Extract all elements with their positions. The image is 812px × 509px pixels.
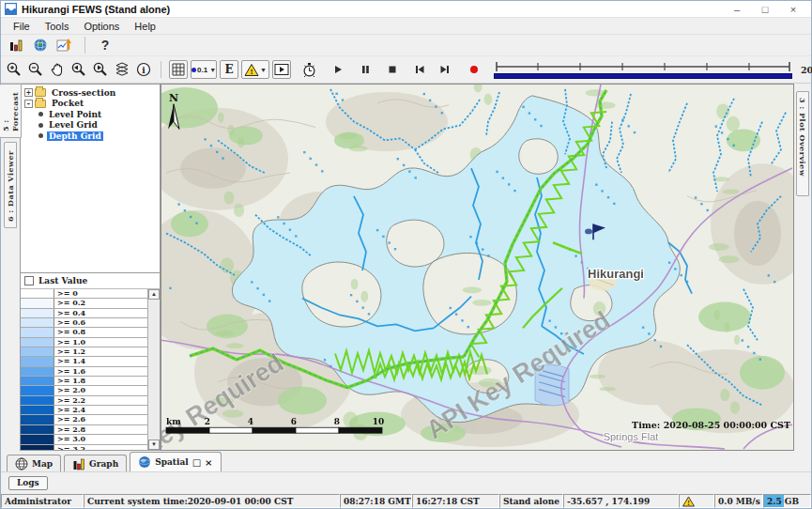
animation-button[interactable] [272, 60, 291, 79]
tab-close-icon[interactable]: × [205, 457, 212, 468]
town-label: Hikurangi [588, 267, 644, 281]
last-value-label: Last Value [38, 276, 87, 285]
tab-maximize-icon[interactable]: □ [192, 457, 201, 468]
globe-explorer-icon[interactable] [31, 36, 50, 54]
zoom-in-icon[interactable] [5, 60, 23, 79]
profile-chart-icon[interactable] [55, 36, 74, 54]
svg-text:i: i [142, 66, 146, 75]
record-button[interactable] [465, 60, 483, 79]
stop-button[interactable] [383, 60, 402, 79]
status-gmt-time: 08:27:18 GMT [340, 494, 412, 508]
info-icon[interactable]: i [134, 60, 153, 79]
tree-item-pocket[interactable]: - Pocket [24, 99, 160, 110]
tab-data-viewer[interactable]: 6 : Data Viewer [4, 142, 17, 228]
pause-button[interactable] [356, 60, 375, 79]
legend-label: >= 0 [54, 289, 147, 298]
time-slider-range[interactable] [494, 73, 792, 79]
last-value-checkbox[interactable] [24, 276, 34, 285]
tree-item-level-point[interactable]: Level Point [24, 109, 160, 120]
zoom-out-icon[interactable] [26, 60, 45, 79]
map-view[interactable]: API Key Required API Key Required Hikura… [161, 84, 794, 451]
legend-swatch [21, 309, 54, 317]
scroll-up-icon[interactable]: ▲ [148, 289, 160, 300]
app-logo-icon [5, 3, 17, 15]
label-threshold-dropdown[interactable]: 0.1 ▼ [191, 60, 217, 79]
help-button[interactable]: ? [96, 36, 115, 54]
legend-label: >= 2.2 [54, 396, 147, 405]
legend-row[interactable]: >= 3.0 [21, 435, 147, 444]
tab-forecast[interactable]: 5 : Forecast [0, 84, 22, 138]
tree-item-cross-section[interactable]: + Cross-section [24, 87, 160, 99]
timer-icon[interactable] [299, 60, 318, 79]
spatial-layer-tree: + Cross-section - Pocket Level Point Lev… [21, 85, 160, 273]
zoom-previous-icon[interactable] [69, 60, 88, 79]
legend-row[interactable]: >= 3.2 [21, 445, 147, 451]
time-slider[interactable] [494, 61, 792, 79]
menu-help[interactable]: Help [128, 20, 162, 33]
svg-text:2: 2 [205, 417, 210, 426]
status-mode: Stand alone [499, 494, 563, 508]
scroll-down-icon[interactable]: ▼ [148, 440, 160, 450]
place-label: Springs Flat [604, 431, 659, 442]
tree-item-depth-grid[interactable]: Depth Grid [24, 131, 160, 142]
status-coordinates: -35.657 , 174.199 [563, 494, 679, 508]
chevron-down-icon: ▼ [260, 67, 267, 73]
toolbar-separator [161, 61, 161, 78]
pan-hand-icon[interactable] [48, 60, 67, 79]
tab-spatial[interactable]: Spatial □ × [130, 452, 221, 471]
legend-label: >= 1.0 [54, 338, 147, 347]
node-bullet-icon [38, 112, 43, 116]
status-bar: Administrator Current system time:2020-0… [1, 494, 811, 508]
legend-swatch [21, 289, 54, 298]
last-frame-button[interactable] [436, 60, 454, 79]
warning-threshold-dropdown[interactable]: ! ▼ [241, 60, 269, 79]
database-explorer-icon[interactable] [7, 36, 25, 54]
zoom-next-icon[interactable] [91, 60, 110, 79]
menu-tools[interactable]: Tools [38, 20, 76, 33]
maximize-button[interactable]: □ [751, 2, 779, 17]
legend-header: Last Value [21, 273, 160, 289]
close-button[interactable]: × [779, 2, 807, 17]
wireframe-globe-icon [15, 457, 28, 470]
expand-icon[interactable]: + [24, 88, 33, 97]
legend-label: >= 3.2 [54, 445, 147, 451]
status-warning-cell[interactable]: ! [679, 494, 714, 508]
logs-button[interactable]: Logs [8, 476, 48, 490]
legend-swatch [21, 377, 54, 385]
grid-toggle-button[interactable] [169, 60, 188, 79]
legend-swatch [21, 435, 54, 443]
collapse-icon[interactable]: - [24, 100, 33, 108]
layers-icon[interactable] [113, 60, 131, 79]
svg-text:!: ! [250, 67, 253, 76]
folder-icon [35, 88, 46, 97]
menu-file[interactable]: File [7, 20, 37, 33]
status-user: Administrator [1, 494, 84, 508]
window-title: Hikurangi FEWS (Stand alone) [22, 4, 170, 15]
legend-label: >= 1.6 [54, 367, 147, 376]
warning-icon: ! [244, 63, 259, 77]
tree-item-level-grid[interactable]: Level Grid [24, 120, 160, 131]
chevron-down-icon: ▼ [209, 67, 216, 73]
legend-label: >= 1.4 [54, 357, 147, 365]
status-download-rate: 0.0 MB/s [714, 494, 763, 508]
status-memory: 2.5 GB [763, 494, 811, 508]
map-canvas[interactable]: API Key Required API Key Required Hikura… [161, 85, 793, 450]
menu-bar: File Tools Options Help [1, 18, 811, 35]
legend-toggle-button[interactable]: E [220, 60, 238, 79]
tab-map[interactable]: Map [7, 455, 61, 471]
first-frame-button[interactable] [410, 60, 429, 79]
play-button[interactable] [329, 60, 347, 79]
tab-plot-overview[interactable]: 3 : Plot Overview [796, 91, 809, 196]
toolbar-separator [84, 37, 85, 54]
app-window: Hikurangi FEWS (Stand alone) – □ × File … [0, 0, 812, 509]
logs-row: Logs [1, 471, 811, 494]
legend-scrollbar[interactable]: ▲ ▼ [147, 289, 160, 450]
tab-graph[interactable]: Graph [64, 455, 127, 471]
legend-swatch [21, 425, 54, 434]
legend-label: >= 0.8 [54, 328, 147, 336]
menu-options[interactable]: Options [77, 20, 126, 33]
minimize-button[interactable]: – [723, 2, 751, 17]
folder-icon [35, 100, 46, 108]
legend-swatch [21, 328, 54, 336]
blue-globe-icon [138, 455, 151, 469]
